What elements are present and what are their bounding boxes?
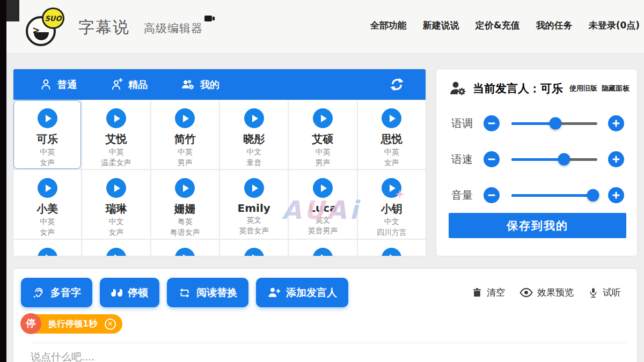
preview-button[interactable]: 效果预览 [519, 286, 574, 299]
pause-tag[interactable]: 停 换行停顿1秒 ✕ [21, 314, 122, 334]
play-icon[interactable] [106, 248, 126, 256]
speed-plus-button[interactable] [608, 151, 624, 167]
current-speaker-label: 当前发言人：可乐 [473, 81, 563, 96]
voice-card-partial[interactable] [151, 240, 219, 256]
editor-divider [31, 343, 627, 343]
speed-minus-button[interactable] [484, 151, 500, 167]
pitch-slider[interactable] [511, 122, 597, 125]
voice-card[interactable]: 思悦 中英 女声 [358, 100, 426, 169]
speed-slider-row: 语速 [436, 151, 637, 167]
play-icon[interactable] [38, 108, 57, 128]
person-plus-icon [267, 286, 281, 299]
speed-slider-thumb[interactable] [558, 153, 570, 166]
play-icon[interactable] [175, 248, 195, 256]
microphone-icon [588, 287, 598, 299]
voice-card-partial[interactable] [82, 240, 150, 256]
voice-grid: 可乐 中英 女声 艾悦 中英 温柔女声 简竹 中英 [13, 100, 426, 256]
read-replace-button[interactable]: 阅读替换 [167, 278, 248, 307]
volume-slider-row: 音量 [436, 187, 637, 203]
voice-card-partial[interactable] [358, 240, 426, 256]
listen-button[interactable]: 试听 [588, 286, 621, 299]
group-gear-icon [181, 78, 195, 91]
page-subtitle: 高级编辑器 [144, 21, 203, 36]
nav-pricing[interactable]: 定价&充值 [475, 19, 520, 32]
pitch-minus-button[interactable] [484, 115, 500, 131]
repeat-icon [178, 286, 191, 299]
voice-card[interactable]: 姗姗 粤英 粤语女声 [151, 170, 219, 239]
voice-panel: 普通 精品 我的 可乐 中英 女声 [13, 69, 426, 256]
polyphone-button[interactable]: 多音字 [21, 278, 92, 307]
page-title: 字幕说 [78, 17, 130, 39]
ear-icon [32, 286, 45, 299]
volume-plus-button[interactable] [608, 187, 624, 203]
tab-normal[interactable]: 普通 [39, 78, 77, 91]
header: > SUO 字幕说 高级编辑器 全部功能 新建说说 定价&充值 我的任务 未登录… [6, 0, 644, 54]
play-icon[interactable] [38, 178, 57, 198]
nav-login-status[interactable]: 未登录(0点) [589, 19, 640, 32]
speed-slider[interactable] [511, 158, 597, 161]
speaker-settings-icon [448, 80, 467, 97]
voice-card[interactable]: Luca 英文 英音男声 [289, 170, 356, 239]
user-premium-icon [110, 78, 123, 91]
voice-card[interactable]: 小钥 中文 四川方言 [358, 170, 426, 239]
editor-panel: 多音字 停顿 阅读替换 添加发言人 清空 效果 [13, 268, 638, 362]
user-icon [39, 78, 53, 91]
tab-premium[interactable]: 精品 [110, 78, 148, 91]
play-icon[interactable] [313, 178, 333, 198]
play-icon[interactable] [244, 248, 264, 256]
voice-tabbar: 普通 精品 我的 [13, 69, 426, 100]
play-icon[interactable] [382, 108, 401, 128]
play-icon[interactable] [175, 108, 195, 128]
speaker-panel: 当前发言人：可乐 使用旧版 隐藏面板 语调 语速 音量 [436, 69, 638, 256]
voice-card[interactable]: 晓彤 中文 童音 [220, 100, 288, 169]
pitch-plus-button[interactable] [608, 115, 624, 131]
play-icon[interactable] [106, 178, 126, 198]
logo-suo-badge: SUO [42, 8, 64, 29]
tab-mine[interactable]: 我的 [181, 78, 219, 91]
play-icon[interactable] [313, 108, 333, 128]
editor-actions: 清空 效果预览 试听 [472, 286, 621, 299]
play-icon[interactable] [38, 248, 57, 256]
use-old-version-link[interactable]: 使用旧版 [569, 84, 597, 93]
play-icon[interactable] [175, 178, 195, 198]
voice-card[interactable]: 艾悦 中英 温柔女声 [82, 100, 150, 169]
voice-card[interactable]: Emily 英文 英音女声 [220, 170, 288, 239]
play-icon[interactable] [244, 178, 264, 198]
top-nav: 全部功能 新建说说 定价&充值 我的任务 未登录(0点) [370, 19, 640, 32]
voice-card-partial[interactable] [220, 240, 288, 256]
volume-minus-button[interactable] [484, 187, 500, 203]
pause-button[interactable]: 停顿 [100, 278, 159, 307]
pitch-slider-thumb[interactable] [549, 117, 561, 130]
nav-new-post[interactable]: 新建说说 [423, 19, 459, 32]
hide-panel-link[interactable]: 隐藏面板 [602, 84, 630, 93]
window-edge-strip [0, 0, 6, 362]
voice-card[interactable]: 可乐 中英 女声 [13, 100, 81, 169]
app-logo: > SUO [26, 8, 64, 46]
play-icon[interactable] [313, 248, 333, 256]
close-icon[interactable]: ✕ [105, 319, 116, 330]
add-speaker-button[interactable]: 添加发言人 [256, 278, 348, 307]
clear-button[interactable]: 清空 [472, 286, 505, 299]
voice-card-partial[interactable] [289, 240, 356, 256]
text-input-placeholder[interactable]: 说点什么吧.... [31, 350, 637, 362]
voice-card[interactable]: 瑞琳 中文 女声 [82, 170, 150, 239]
play-icon[interactable] [382, 248, 401, 256]
voice-card[interactable]: 简竹 中英 男声 [151, 100, 219, 169]
trash-icon [472, 287, 482, 298]
eye-icon [519, 287, 533, 298]
voice-card[interactable]: 小美 中英 女声 [13, 170, 81, 239]
volume-slider-thumb[interactable] [587, 189, 599, 202]
nav-all-functions[interactable]: 全部功能 [370, 19, 407, 32]
volume-slider[interactable] [511, 194, 597, 197]
quote-icon [111, 289, 122, 297]
pause-badge: 停 [20, 313, 41, 334]
voice-card[interactable]: 艾硕 中英 男声 [289, 100, 356, 169]
play-icon[interactable] [382, 178, 401, 198]
nav-my-tasks[interactable]: 我的任务 [536, 19, 573, 32]
refresh-button[interactable] [389, 76, 405, 93]
play-icon[interactable] [244, 108, 264, 128]
app-screen: > SUO 字幕说 高级编辑器 全部功能 新建说说 定价&充值 我的任务 未登录… [0, 0, 644, 362]
voice-card-partial[interactable] [13, 240, 81, 256]
play-icon[interactable] [106, 108, 126, 128]
save-to-mine-button[interactable]: 保存到我的 [449, 213, 626, 238]
